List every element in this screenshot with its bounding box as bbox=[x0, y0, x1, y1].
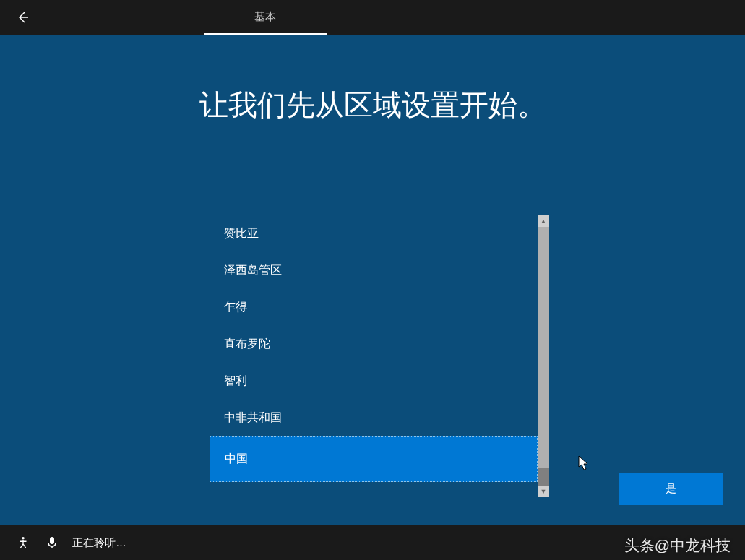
arrow-left-icon bbox=[16, 10, 30, 25]
chevron-up-icon: ▲ bbox=[541, 217, 547, 225]
region-item-china[interactable]: 中国 bbox=[210, 436, 538, 482]
region-item-zambia[interactable]: 赞比亚 bbox=[210, 215, 538, 252]
region-item-chad[interactable]: 乍得 bbox=[210, 289, 538, 326]
tab-basic[interactable]: 基本 bbox=[204, 0, 327, 35]
page-title: 让我们先从区域设置开始。 bbox=[0, 85, 745, 125]
scroll-up-arrow[interactable]: ▲ bbox=[538, 215, 549, 227]
mouse-cursor-icon bbox=[578, 455, 590, 475]
top-bar: 基本 bbox=[0, 0, 745, 35]
scroll-thumb[interactable] bbox=[538, 468, 549, 486]
region-item-jersey[interactable]: 泽西岛管区 bbox=[210, 252, 538, 289]
watermark-text: 头条@中龙科技 bbox=[624, 535, 731, 556]
tabs-area: 基本 bbox=[204, 0, 327, 35]
scroll-down-arrow[interactable]: ▼ bbox=[538, 486, 549, 497]
microphone-icon bbox=[46, 536, 58, 549]
scrollbar[interactable]: ▲ ▼ bbox=[538, 215, 549, 497]
accessibility-icon bbox=[17, 536, 30, 549]
back-button[interactable] bbox=[9, 0, 38, 35]
main-content: 让我们先从区域设置开始。 赞比亚 泽西岛管区 乍得 直布罗陀 智利 中非共和国 … bbox=[0, 35, 745, 525]
microphone-button[interactable] bbox=[38, 525, 66, 560]
region-list-container: 赞比亚 泽西岛管区 乍得 直布罗陀 智利 中非共和国 中国 ▲ ▼ bbox=[210, 215, 549, 497]
scroll-track[interactable] bbox=[538, 227, 549, 486]
accessibility-button[interactable] bbox=[9, 525, 38, 560]
region-item-chile[interactable]: 智利 bbox=[210, 363, 538, 400]
listening-status-text: 正在聆听… bbox=[72, 536, 126, 550]
region-list[interactable]: 赞比亚 泽西岛管区 乍得 直布罗陀 智利 中非共和国 中国 bbox=[210, 215, 538, 497]
chevron-down-icon: ▼ bbox=[541, 488, 547, 495]
confirm-button[interactable]: 是 bbox=[619, 473, 723, 505]
svg-rect-1 bbox=[50, 537, 54, 544]
region-item-central-african-republic[interactable]: 中非共和国 bbox=[210, 400, 538, 436]
region-item-gibraltar[interactable]: 直布罗陀 bbox=[210, 326, 538, 363]
svg-point-0 bbox=[22, 537, 25, 540]
